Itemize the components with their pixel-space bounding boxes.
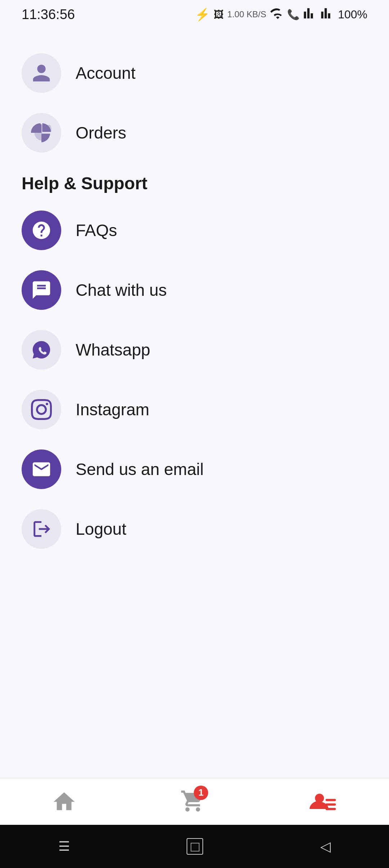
android-home-btn[interactable]: □ — [187, 838, 203, 855]
logout-label: Logout — [76, 519, 126, 539]
home-icon — [52, 789, 77, 814]
cart-nav-item[interactable]: 1 — [180, 788, 205, 815]
battery-level: 100% — [338, 8, 367, 21]
call-icon: 📞 — [287, 9, 300, 21]
faqs-label: FAQs — [76, 221, 117, 240]
home-nav-item[interactable] — [52, 789, 77, 814]
status-bar: 11:36:56 ⚡ 🖼 1.00 KB/S 📞 100% — [0, 0, 389, 29]
whatsapp-menu-item[interactable]: Whatsapp — [22, 320, 367, 380]
chat-icon-circle — [22, 270, 61, 310]
signal-bars-2-icon — [321, 6, 334, 23]
faqs-menu-item[interactable]: FAQs — [22, 200, 367, 260]
account-menu-item[interactable]: Account — [22, 43, 367, 103]
instagram-icon-circle — [22, 390, 61, 429]
signal-bars-icon — [303, 6, 317, 23]
orders-label: Orders — [76, 123, 126, 143]
logout-icon-circle — [22, 509, 61, 549]
instagram-label: Instagram — [76, 400, 149, 419]
lightning-icon: ⚡ — [195, 7, 210, 22]
status-time: 11:36:56 — [22, 7, 75, 22]
whatsapp-label: Whatsapp — [76, 340, 150, 360]
logout-menu-item[interactable]: Logout — [22, 499, 367, 559]
profile-icon — [309, 789, 337, 814]
android-menu-btn[interactable]: ☰ — [58, 839, 70, 854]
status-icons: ⚡ 🖼 1.00 KB/S 📞 100% — [195, 6, 367, 23]
help-support-header: Help & Support — [22, 163, 367, 200]
android-nav-bar: ☰ □ ◁ — [0, 825, 389, 868]
email-label: Send us an email — [76, 460, 204, 479]
image-icon: 🖼 — [214, 9, 224, 21]
faqs-icon-circle — [22, 211, 61, 250]
android-back-btn[interactable]: ◁ — [320, 838, 331, 854]
orders-icon-circle — [22, 113, 61, 153]
main-content: Account Orders Help & Support FAQs — [0, 29, 389, 573]
whatsapp-icon-circle — [22, 330, 61, 370]
account-icon-circle — [22, 53, 61, 93]
email-icon-circle — [22, 449, 61, 489]
instagram-menu-item[interactable]: Instagram — [22, 380, 367, 439]
wifi-icon — [270, 6, 283, 23]
bottom-nav: 1 — [0, 778, 389, 825]
email-menu-item[interactable]: Send us an email — [22, 439, 367, 499]
cart-badge: 1 — [194, 786, 208, 800]
orders-menu-item[interactable]: Orders — [22, 103, 367, 163]
data-speed: 1.00 KB/S — [227, 9, 266, 19]
profile-nav-item[interactable] — [309, 789, 337, 814]
chat-menu-item[interactable]: Chat with us — [22, 260, 367, 320]
chat-label: Chat with us — [76, 280, 167, 300]
account-label: Account — [76, 63, 135, 83]
